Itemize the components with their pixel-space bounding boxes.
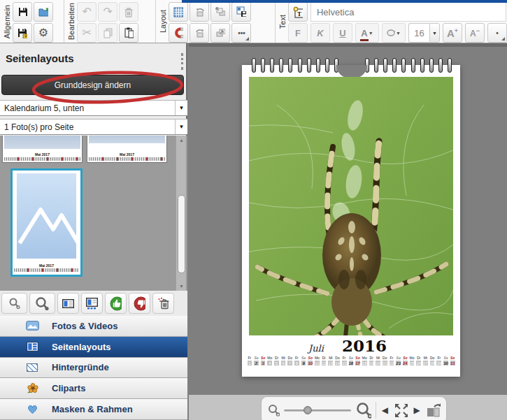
gear-icon: ⚙ bbox=[38, 27, 48, 38]
layout-thumbnail-selected[interactable]: Mai 2017 bbox=[10, 168, 83, 277]
undo-button[interactable]: ↶ bbox=[77, 2, 97, 22]
discard-layout-button[interactable] bbox=[152, 293, 174, 314]
chevron-down-icon: ▼ bbox=[432, 31, 437, 36]
sidebar-item-seitenlayouts[interactable]: Seitenlayouts bbox=[0, 337, 187, 358]
day-number: 21 bbox=[382, 360, 388, 366]
day-cell: Di12 bbox=[320, 356, 327, 367]
save-layout-button[interactable] bbox=[231, 2, 251, 22]
zoom-slider-track[interactable] bbox=[284, 410, 351, 412]
spiral-ring bbox=[392, 58, 397, 73]
day-number: 22 bbox=[389, 360, 395, 366]
insert-text-button[interactable]: T bbox=[288, 2, 308, 22]
open-folder-icon bbox=[38, 6, 48, 17]
font-size-field[interactable]: 16 bbox=[408, 23, 429, 43]
backgrounds-icon bbox=[25, 363, 39, 372]
scrollbar-thumb[interactable] bbox=[178, 195, 185, 273]
font-size-dropdown[interactable]: ▼ bbox=[429, 23, 440, 43]
smaller-thumbnails-button[interactable] bbox=[1, 293, 27, 314]
redo-icon: ↷ bbox=[103, 6, 112, 17]
spider-photo[interactable] bbox=[249, 77, 453, 335]
sidebar-item-cliparts[interactable]: Cliparts bbox=[0, 378, 187, 399]
toolbar-section-layout: Layout ••• bbox=[156, 0, 276, 43]
fit-to-screen-icon[interactable] bbox=[394, 403, 408, 419]
svg-text:T: T bbox=[297, 10, 301, 17]
day-cell: Fr29 bbox=[436, 356, 443, 367]
zoom-in-large-icon bbox=[35, 296, 50, 311]
scroll-up-icon[interactable]: ▲ bbox=[176, 136, 187, 145]
font-family-field[interactable]: Helvetica bbox=[310, 2, 506, 22]
settings-button[interactable]: ⚙ bbox=[34, 23, 53, 43]
thumbnail-scrollbar[interactable]: ▲ ▼ bbox=[176, 136, 186, 291]
month-name: Juli bbox=[308, 343, 324, 354]
save-button[interactable] bbox=[13, 2, 32, 22]
insert-text-icon: T bbox=[293, 6, 303, 18]
underline-button[interactable]: U bbox=[333, 23, 352, 43]
switch-view-icon[interactable] bbox=[426, 403, 441, 418]
day-cell: So31 bbox=[449, 356, 456, 367]
layout-thumbnail[interactable]: Mai 2017 bbox=[2, 136, 83, 163]
scroll-down-icon[interactable]: ▼ bbox=[176, 282, 187, 291]
section-label-text: Text bbox=[277, 2, 288, 41]
like-layout-button[interactable] bbox=[105, 293, 127, 314]
more-layout-button[interactable]: ••• bbox=[231, 23, 251, 43]
zoom-slider-knob[interactable] bbox=[304, 406, 312, 414]
day-number: 4 bbox=[266, 360, 273, 366]
day-cell: Fr22 bbox=[388, 356, 395, 367]
kalendarium-dropdown[interactable]: Kalendarium 5, unten ▼ bbox=[0, 100, 187, 116]
spiral-ring bbox=[307, 58, 311, 73]
font-increase-button[interactable]: A+ bbox=[443, 23, 462, 43]
previous-page-icon[interactable]: ◀ bbox=[380, 405, 390, 415]
copy-button[interactable] bbox=[98, 23, 117, 43]
send-backward-button[interactable] bbox=[210, 2, 230, 22]
next-page-icon[interactable]: ▶ bbox=[412, 405, 421, 415]
day-cell: Di19 bbox=[368, 356, 375, 367]
sidebar-nav: Fotos & Videos Seitenlayouts Hintergründ… bbox=[0, 316, 187, 420]
rotate-right-button[interactable] bbox=[190, 23, 209, 43]
photos-per-page-dropdown[interactable]: 1 Foto(s) pro Seite ▼ bbox=[0, 119, 187, 135]
save-icon bbox=[17, 6, 27, 17]
day-cell: Di5 bbox=[273, 356, 280, 367]
zoom-in-icon[interactable] bbox=[355, 401, 371, 419]
magnet-snap-button[interactable] bbox=[169, 23, 188, 43]
larger-thumbnails-button[interactable] bbox=[29, 293, 55, 314]
italic-button[interactable]: K bbox=[310, 23, 330, 43]
redo-button[interactable]: ↷ bbox=[98, 2, 117, 22]
fill-color-button[interactable]: ▼ bbox=[382, 23, 406, 43]
send-backward-icon bbox=[215, 7, 225, 17]
layout-thumbnail[interactable]: Mai 2017 bbox=[87, 136, 167, 163]
font-size-combo: 16 ▼ bbox=[408, 23, 440, 43]
more-text-button[interactable]: • bbox=[487, 23, 507, 43]
zoom-slider[interactable] bbox=[284, 405, 351, 415]
panel-drag-handle[interactable] bbox=[181, 53, 183, 70]
layout-details-view-button[interactable] bbox=[81, 293, 103, 314]
trash-sparks-icon bbox=[157, 297, 169, 310]
cut-button[interactable]: ✂ bbox=[77, 23, 97, 43]
sidebar-item-fotos-videos[interactable]: Fotos & Videos bbox=[0, 316, 187, 337]
day-cell: Mo4 bbox=[266, 356, 273, 367]
font-decrease-button[interactable]: A− bbox=[465, 23, 485, 43]
day-number: 1 bbox=[247, 360, 253, 366]
grid-button[interactable] bbox=[169, 2, 188, 22]
day-number: 8 bbox=[294, 360, 300, 366]
paste-button[interactable] bbox=[119, 23, 138, 43]
font-color-button[interactable]: A▼ bbox=[355, 23, 379, 43]
chevron-down-icon: ▼ bbox=[369, 31, 373, 36]
masks-icon bbox=[25, 404, 39, 414]
spiral-binding-left bbox=[252, 58, 338, 73]
day-cell: Mo25 bbox=[408, 356, 415, 367]
sidebar-item-label: Cliparts bbox=[52, 383, 85, 393]
zoom-out-icon[interactable] bbox=[267, 403, 280, 417]
save-as-button[interactable] bbox=[13, 23, 32, 43]
dislike-layout-button[interactable] bbox=[129, 293, 150, 314]
sidebar-item-masken-rahmen[interactable]: Masken & Rahmen bbox=[0, 399, 187, 420]
delete-button[interactable] bbox=[119, 2, 138, 22]
change-base-design-button[interactable]: Grunddesign ändern bbox=[1, 75, 184, 95]
layout-view-button[interactable] bbox=[57, 293, 79, 314]
open-button[interactable] bbox=[34, 2, 53, 22]
bold-button[interactable]: F bbox=[288, 23, 308, 43]
bring-forward-button[interactable] bbox=[210, 23, 230, 43]
calendar-page[interactable]: Juli 2016 Fr1Sa2So3Mo4Di5Mi6Do7Fr8Sa9So1… bbox=[242, 65, 460, 377]
section-label-general: Allgemein bbox=[1, 2, 13, 41]
rotate-left-button[interactable] bbox=[190, 2, 209, 22]
sidebar-item-hintergruende[interactable]: Hintergründe bbox=[0, 358, 187, 379]
